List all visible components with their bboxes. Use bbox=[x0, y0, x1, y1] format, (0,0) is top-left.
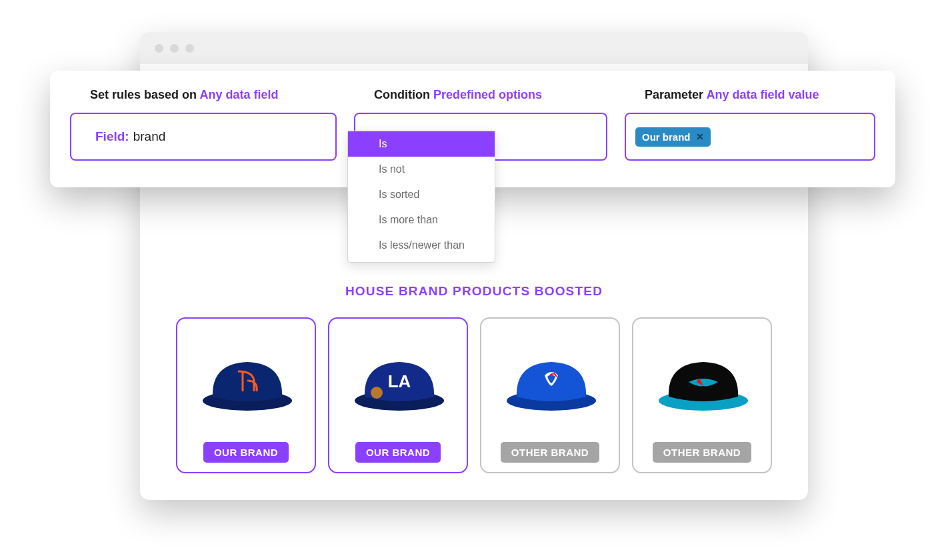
label-text: Parameter bbox=[645, 88, 703, 101]
label-text: Condition bbox=[374, 88, 430, 101]
label-highlight: Any data field bbox=[199, 88, 278, 101]
parameter-input[interactable]: Our brand ✕ bbox=[625, 113, 875, 161]
product-card[interactable]: OTHER BRAND bbox=[480, 317, 620, 473]
product-card[interactable]: LA OUR BRAND bbox=[328, 317, 468, 473]
condition-dropdown[interactable]: Is Is not Is sorted Is more than Is less… bbox=[347, 131, 495, 263]
dropdown-option-is-more-than[interactable]: Is more than bbox=[348, 207, 495, 233]
svg-text:LA: LA bbox=[388, 371, 411, 391]
product-image: LA bbox=[337, 327, 459, 433]
product-grid: OUR BRAND LA OUR BRAND bbox=[140, 317, 808, 473]
rule-field-label: Set rules based on Any data field bbox=[70, 88, 337, 102]
product-image bbox=[489, 327, 611, 433]
product-image bbox=[185, 327, 307, 433]
field-input[interactable]: Field: brand bbox=[70, 113, 337, 161]
product-image bbox=[641, 327, 763, 433]
rule-parameter-label: Parameter Any data field value bbox=[625, 88, 875, 102]
titlebar bbox=[140, 32, 808, 64]
window-dot bbox=[185, 44, 194, 53]
section-title: HOUSE BRAND PRODUCTS BOOSTED bbox=[140, 284, 808, 299]
product-card[interactable]: OUR BRAND bbox=[176, 317, 316, 473]
dropdown-option-is-sorted[interactable]: Is sorted bbox=[348, 182, 495, 207]
hat-icon bbox=[193, 343, 299, 417]
hat-icon: LA bbox=[345, 343, 451, 417]
hat-icon bbox=[497, 343, 603, 417]
brand-badge: OTHER BRAND bbox=[501, 442, 599, 463]
parameter-tag[interactable]: Our brand ✕ bbox=[635, 127, 711, 147]
field-value: brand bbox=[133, 129, 166, 144]
brand-badge: OUR BRAND bbox=[355, 442, 441, 463]
brand-badge: OUR BRAND bbox=[203, 442, 289, 463]
product-card[interactable]: OTHER BRAND bbox=[632, 317, 772, 473]
dropdown-option-is[interactable]: Is bbox=[348, 131, 495, 157]
label-text: Set rules based on bbox=[90, 88, 197, 101]
dropdown-option-is-not[interactable]: Is not bbox=[348, 157, 495, 182]
brand-badge: OTHER BRAND bbox=[653, 442, 751, 463]
window-dot bbox=[155, 44, 163, 53]
tag-text: Our brand bbox=[642, 131, 691, 143]
rule-condition-label: Condition Predefined options bbox=[354, 88, 607, 102]
hat-icon bbox=[649, 343, 755, 417]
rule-parameter-column: Parameter Any data field value Our brand… bbox=[625, 88, 875, 161]
label-highlight: Any data field value bbox=[706, 88, 819, 101]
tag-remove-icon[interactable]: ✕ bbox=[696, 131, 704, 142]
window-dot bbox=[170, 44, 179, 53]
dropdown-option-is-less-newer-than[interactable]: Is less/newer than bbox=[348, 233, 495, 258]
svg-point-3 bbox=[371, 387, 383, 399]
label-highlight: Predefined options bbox=[433, 88, 542, 101]
rule-field-column: Set rules based on Any data field Field:… bbox=[70, 88, 337, 161]
field-key: Field: bbox=[95, 129, 129, 144]
